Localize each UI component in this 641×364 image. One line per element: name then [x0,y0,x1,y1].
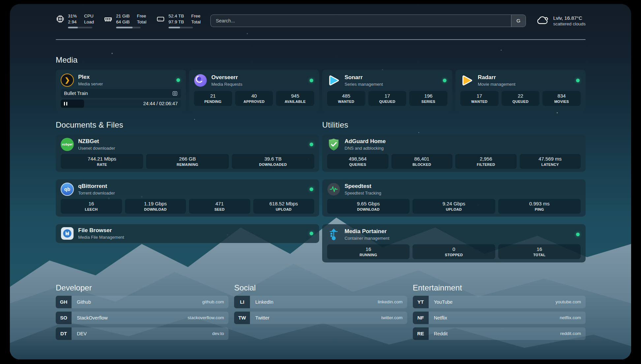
section-title-entertainment: Entertainment [413,283,586,292]
video-camera-icon [172,91,178,96]
disk-values: 52.4 TB97.9 TB [168,13,184,25]
service-stats: 16LEECH 1.19 GbpsDOWNLOAD 471SEED 618.52… [61,199,314,214]
service-name: Sonarr [345,74,383,81]
stat-tile: 39.6 TBDOWNLOADED [232,154,314,169]
memory-progress-bar [116,27,140,28]
cpu-progress-fill [68,27,78,28]
portainer-logo-icon [327,228,340,241]
service-stats: 21PENDING 40APPROVED 945AVAILABLE [194,91,314,106]
service-card-filebrowser[interactable]: File Browser Media File Management [56,224,319,243]
section-title-utilities: Utilities [322,120,586,130]
stat-tile: 498,564QUERIES [327,154,388,169]
bookmark-netflix[interactable]: NF Netflix netflix.com [413,312,586,324]
bookmark-name: LinkedIn [250,296,273,308]
bookmark-abbr: NF [413,312,429,324]
stat-tile: 834MOVIES [542,91,581,106]
middle-columns: Documents & Files nzbget NZBGet Usenet d… [56,111,586,262]
media-cards-row: ❯ Plex Media server Bullet Train [56,70,586,111]
status-dot [576,232,580,236]
adguard-logo-icon [327,138,340,151]
bookmark-url: github.com [202,296,229,308]
stat-tile: 17QUEUED [368,91,407,106]
plex-logo-icon: ❯ [61,74,74,87]
service-stats: 485WANTED 17QUEUED 196SERIES [327,91,447,106]
service-name: Radarr [478,74,515,81]
stat-tile: 9.24 GbpsUPLOAD [412,199,495,214]
now-playing-title: Bullet Train [64,91,88,96]
memory-values: 21 GiB64 GiB [116,13,130,25]
bookmark-name: DEV [72,327,87,340]
stat-tile: 2,956FILTERED [455,154,517,169]
service-stats: 16RUNNING 0STOPPED 16TOTAL [327,244,581,259]
stat-tile: 22QUEUED [502,91,540,106]
bookmark-url: dev.to [212,327,229,340]
service-card-plex[interactable]: ❯ Plex Media server Bullet Train [56,70,186,111]
bookmark-linkedin[interactable]: LI LinkedIn linkedin.com [234,296,407,308]
service-stats: 17WANTED 22QUEUED 834MOVIES [460,91,581,106]
bookmark-group-entertainment: Entertainment YT YouTube youtube.com NF … [413,283,586,340]
bookmark-group-social: Social LI LinkedIn linkedin.com TW Twitt… [234,283,407,340]
resource-widgets: 31%2.94 CPULoad [56,13,200,28]
stat-tile: 485WANTED [327,91,365,106]
service-name: Overseerr [211,74,242,81]
bookmark-url: twitter.com [381,312,407,324]
service-desc: Media Requests [211,82,242,87]
bookmark-url: netflix.com [560,312,586,324]
status-dot [310,187,313,191]
service-desc: Media server [78,81,103,86]
status-dot [310,142,313,146]
service-stats: 498,564QUERIES 86,401BLOCKED 2,956FILTER… [327,154,581,169]
service-name: AdGuard Home [345,138,386,145]
stat-tile: 9.65 GbpsDOWNLOAD [327,199,410,214]
service-name: File Browser [78,227,124,234]
memory-widget: 21 GiB64 GiB FreeTotal [104,13,146,28]
service-card-nzbget[interactable]: nzbget NZBGet Usenet downloader 744.21 M… [56,135,319,172]
stat-tile: 945AVAILABLE [276,91,314,106]
service-desc: DNS and adblocking [345,146,386,151]
bookmark-reddit[interactable]: RE Reddit reddit.com [413,327,586,340]
stat-tile: 16LEECH [61,199,122,214]
service-desc: Series management [345,82,383,87]
cloud-icon [536,15,549,27]
bookmark-abbr: TW [234,312,250,324]
service-card-overseerr[interactable]: Overseerr Media Requests 21PENDING 40APP… [189,70,319,111]
bookmark-youtube[interactable]: YT YouTube youtube.com [413,296,586,308]
memory-labels: FreeTotal [137,13,146,25]
disk-progress-bar [168,27,193,28]
stat-tile: 0STOPPED [412,244,495,259]
cpu-values: 31%2.94 [68,13,77,25]
bookmark-dev[interactable]: DT DEV dev.to [56,327,229,340]
cpu-progress-bar [68,27,92,28]
service-card-qbittorrent[interactable]: qb qBittorrent Torrent downloader 16LEEC… [56,179,319,217]
status-dot [310,231,313,235]
pause-button[interactable] [64,102,67,106]
bookmark-columns: Developer GH Github github.com SO StackO… [56,283,586,340]
section-title-social: Social [234,283,407,292]
documents-column: Documents & Files nzbget NZBGet Usenet d… [56,111,319,262]
bookmark-url: linkedin.com [378,296,407,308]
status-dot [443,78,446,82]
service-card-speedtest[interactable]: Speedtest Speedtest Tracking 9.65 GbpsDO… [322,179,586,217]
overseerr-logo-icon [194,74,207,87]
bookmark-github[interactable]: GH Github github.com [56,296,229,308]
bookmark-abbr: LI [234,296,250,308]
bookmark-name: YouTube [429,296,453,308]
search-provider-button[interactable]: G [511,15,526,27]
cpu-labels: CPULoad [84,13,94,25]
bookmark-twitter[interactable]: TW Twitter twitter.com [234,312,407,324]
service-desc: Movie management [478,82,515,87]
bookmark-abbr: SO [56,312,72,324]
stat-tile: 47.569 msLATENCY [520,154,581,169]
weather-widget: Lviv, 16.87°C scattered clouds [536,15,586,27]
search-input[interactable] [211,15,511,27]
radarr-logo-icon [460,74,473,87]
bookmark-group-developer: Developer GH Github github.com SO StackO… [56,283,229,340]
service-card-radarr[interactable]: Radarr Movie management 17WANTED 22QUEUE… [455,70,586,111]
service-card-adguard[interactable]: AdGuard Home DNS and adblocking 498,564Q… [322,135,586,172]
section-title-documents: Documents & Files [56,120,319,130]
header-separator [56,39,586,40]
bookmark-name: Netflix [429,312,447,324]
bookmark-stackoverflow[interactable]: SO StackOverflow stackoverflow.com [56,312,229,324]
service-card-portainer[interactable]: Media Portainer Container management 16R… [322,224,586,262]
service-card-sonarr[interactable]: Sonarr Series management 485WANTED 17QUE… [322,70,452,111]
